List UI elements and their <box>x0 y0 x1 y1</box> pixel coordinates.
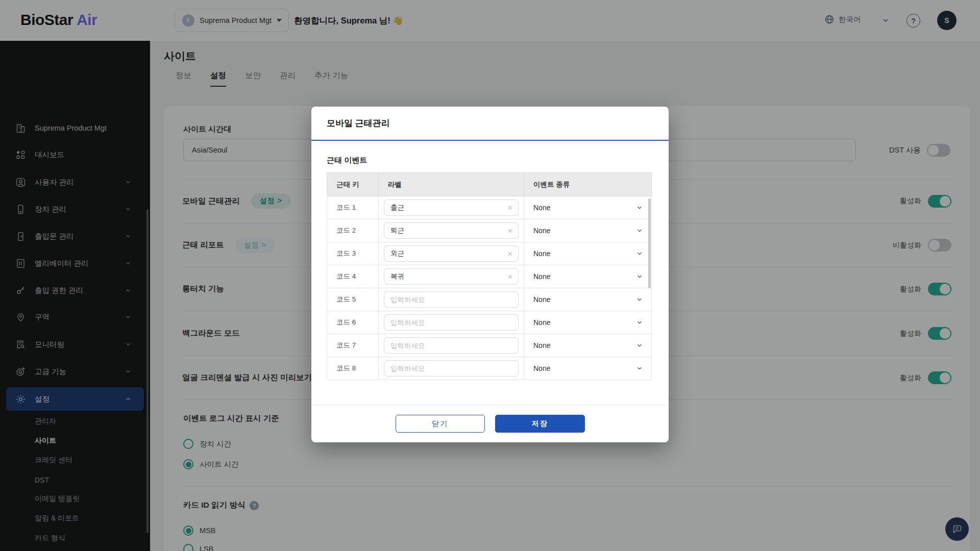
label-input[interactable] <box>384 314 519 331</box>
table-row: 코드 5 None <box>327 288 652 311</box>
mobile-ta-modal: 모바일 근태관리 근태 이벤트 근태 키 라벨 이벤트 종류 코드 1 ✕ No… <box>311 107 669 442</box>
event-type-value: None <box>533 249 550 258</box>
row-key: 코드 6 <box>327 311 379 334</box>
table-scrollbar-thumb[interactable] <box>648 198 651 288</box>
table-header-row: 근태 키 라벨 이벤트 종류 <box>327 172 652 196</box>
clear-input-icon[interactable]: ✕ <box>507 228 513 234</box>
chevron-down-icon <box>636 250 643 257</box>
column-header-key: 근태 키 <box>327 173 379 196</box>
event-type-select[interactable]: None <box>524 265 651 288</box>
event-type-value: None <box>533 341 550 349</box>
modal-footer: 닫기 저장 <box>311 405 669 442</box>
table-row: 코드 7 None <box>327 334 652 357</box>
modal-header: 모바일 근태관리 <box>311 107 669 141</box>
event-type-select[interactable]: None <box>524 334 651 357</box>
event-type-value: None <box>533 272 550 281</box>
table-row: 코드 3 ✕ None <box>327 242 652 265</box>
column-header-label: 라벨 <box>379 173 524 196</box>
event-type-select[interactable]: None <box>524 357 651 380</box>
label-input[interactable] <box>384 199 519 216</box>
label-input[interactable] <box>384 291 519 308</box>
row-key: 코드 3 <box>327 242 379 265</box>
event-type-select[interactable]: None <box>524 196 651 219</box>
label-input[interactable] <box>384 268 519 285</box>
table-row: 코드 1 ✕ None <box>327 196 652 219</box>
save-button[interactable]: 저장 <box>495 415 585 433</box>
event-type-select[interactable]: None <box>524 311 651 334</box>
label-input[interactable] <box>384 360 519 377</box>
event-type-value: None <box>533 227 550 235</box>
chevron-down-icon <box>636 365 643 372</box>
ta-events-table: 근태 키 라벨 이벤트 종류 코드 1 ✕ None 코드 2 <box>327 172 652 380</box>
label-input[interactable] <box>384 337 519 354</box>
row-key: 코드 5 <box>327 288 379 311</box>
event-type-select[interactable]: None <box>524 288 651 311</box>
chevron-down-icon <box>636 342 643 349</box>
chevron-down-icon <box>636 204 643 211</box>
table-row: 코드 2 ✕ None <box>327 219 652 242</box>
modal-title: 모바일 근태관리 <box>327 117 390 129</box>
chevron-down-icon <box>636 319 643 326</box>
label-input[interactable] <box>384 222 519 239</box>
chevron-down-icon <box>636 227 643 234</box>
table-row: 코드 4 ✕ None <box>327 265 652 288</box>
row-key: 코드 4 <box>327 265 379 288</box>
clear-input-icon[interactable]: ✕ <box>507 273 513 280</box>
clear-input-icon[interactable]: ✕ <box>507 205 513 211</box>
chevron-down-icon <box>636 296 643 303</box>
app-root: BioStarAir F Suprema Product Mgt 환영합니다, … <box>0 0 980 551</box>
event-type-value: None <box>533 318 550 327</box>
row-key: 코드 7 <box>327 334 379 357</box>
clear-input-icon[interactable]: ✕ <box>507 251 513 257</box>
table-row: 코드 6 None <box>327 311 652 334</box>
table-row: 코드 8 None <box>327 357 652 380</box>
event-type-value: None <box>533 295 550 304</box>
event-type-value: None <box>533 364 550 372</box>
close-button[interactable]: 닫기 <box>396 415 485 433</box>
label-input[interactable] <box>384 245 519 262</box>
row-key: 코드 8 <box>327 357 379 380</box>
event-type-value: None <box>533 204 550 212</box>
column-header-event-type: 이벤트 종류 <box>524 173 651 196</box>
chevron-down-icon <box>636 273 643 280</box>
event-type-select[interactable]: None <box>524 242 651 265</box>
ta-events-section-title: 근태 이벤트 <box>327 156 367 165</box>
row-key: 코드 1 <box>327 196 379 219</box>
row-key: 코드 2 <box>327 219 379 242</box>
event-type-select[interactable]: None <box>524 219 651 242</box>
